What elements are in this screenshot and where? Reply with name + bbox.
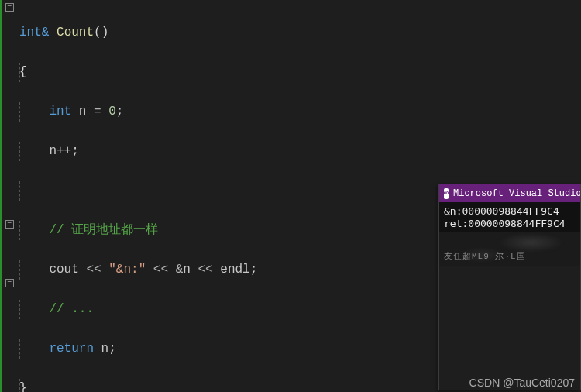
semicolon: ;	[116, 105, 124, 119]
comment: // ...	[49, 302, 94, 316]
function-name-count: Count	[57, 26, 94, 40]
op-shl: <<	[86, 263, 108, 277]
identifier-n: n	[71, 105, 94, 119]
fold-gutter: − − −	[2, 0, 16, 392]
open-brace: {	[19, 65, 27, 79]
debug-empty-area	[439, 266, 580, 390]
keyword-int: int	[19, 26, 42, 40]
semicolon: ;	[108, 342, 116, 356]
op-shl: <<	[146, 263, 175, 277]
parens: ()	[94, 26, 108, 40]
visual-studio-icon: ∞	[444, 188, 449, 199]
comment: // 证明地址都一样	[49, 223, 158, 237]
debug-blurred-region: 友任超ML9 尔·L国	[439, 232, 580, 266]
keyword-return: return	[49, 342, 94, 356]
ampersand: &	[176, 263, 184, 277]
fold-toggle-inner[interactable]: −	[5, 279, 14, 287]
op-shl: <<	[198, 263, 220, 277]
debug-title-text: Microsoft Visual Studio 调	[453, 187, 580, 200]
op-eq: =	[94, 105, 108, 119]
cout: cout	[49, 263, 86, 277]
keyword-int: int	[49, 105, 71, 119]
debug-output-window[interactable]: ∞ Microsoft Visual Studio 调 &n:000000988…	[438, 184, 581, 390]
fold-toggle-main[interactable]: −	[5, 220, 14, 229]
debug-output-text: &n:00000098844FF9C4 ret:00000098844FF9C4	[439, 202, 580, 232]
endl: endl	[220, 263, 249, 277]
ampersand: &	[42, 26, 50, 40]
fold-toggle-count[interactable]: −	[5, 3, 14, 12]
csdn-watermark: CSDN @TauCeti0207	[469, 377, 575, 389]
debug-titlebar[interactable]: ∞ Microsoft Visual Studio 调	[439, 184, 580, 202]
stmt-increment: n++;	[49, 144, 78, 158]
close-brace: }	[19, 381, 27, 393]
string-literal: "&n:"	[108, 263, 146, 277]
identifier-n: n	[94, 342, 108, 356]
identifier-n: n	[183, 263, 198, 277]
number-zero: 0	[108, 105, 116, 119]
semicolon: ;	[250, 263, 258, 277]
